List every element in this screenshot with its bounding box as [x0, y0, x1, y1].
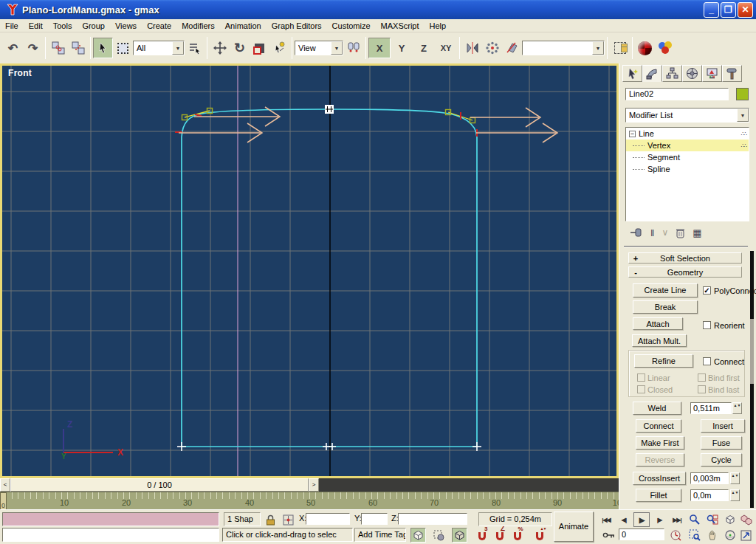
zoom-extents-button[interactable]: [722, 512, 738, 527]
previous-frame-button[interactable]: ◀|: [616, 512, 632, 527]
stack-item-vertex[interactable]: Vertex ∴∴: [626, 140, 749, 151]
mirror-button[interactable]: [462, 38, 482, 58]
named-selection-dropdown[interactable]: ▼: [522, 41, 605, 55]
select-and-scale-button[interactable]: [250, 38, 269, 58]
select-and-manipulate-button[interactable]: [269, 38, 289, 58]
time-forward-arrow[interactable]: >: [309, 478, 319, 492]
time-back-arrow[interactable]: <: [0, 478, 10, 492]
menu-customize[interactable]: Customize: [327, 20, 376, 32]
tab-modify[interactable]: [642, 65, 662, 82]
spinner-snap-button[interactable]: ▲▼: [532, 528, 547, 543]
soft-selection-rollout[interactable]: + Soft Selection: [628, 252, 742, 264]
animate-button[interactable]: Animate: [554, 512, 594, 542]
weld-button[interactable]: Weld: [633, 402, 681, 415]
time-position-marker[interactable]: 0: [0, 492, 7, 509]
menu-file[interactable]: File: [0, 20, 24, 32]
edit-named-selections-button[interactable]: [610, 38, 630, 58]
menu-tools[interactable]: Tools: [48, 20, 78, 32]
menu-modifiers[interactable]: Modifiers: [176, 20, 220, 32]
polyconnect-checkbox[interactable]: ✓: [703, 286, 711, 295]
panel-scrollbar[interactable]: [750, 251, 754, 508]
play-button[interactable]: ▶: [633, 512, 650, 527]
absolute-mode-button[interactable]: [281, 512, 296, 527]
viewport-front[interactable]: X Z Y Front: [0, 63, 619, 478]
z-coordinate-field[interactable]: [398, 513, 467, 525]
weld-value-field[interactable]: 0,511m: [690, 402, 732, 414]
select-object-button[interactable]: [93, 38, 113, 58]
spinner-down-icon[interactable]: ▼: [735, 473, 739, 478]
go-to-end-button[interactable]: ▶▶|: [669, 512, 685, 527]
weld-spinner[interactable]: ▲▼: [732, 402, 742, 414]
pan-button[interactable]: [704, 528, 720, 543]
crossing-selection-button[interactable]: [452, 528, 467, 543]
tab-display[interactable]: [702, 65, 722, 82]
reference-coordinate-dropdown[interactable]: View ▼: [295, 41, 343, 55]
fillet-spinner[interactable]: ▲▼: [730, 489, 740, 501]
maxscript-input-field[interactable]: [2, 528, 219, 542]
arc-rotate-button[interactable]: [722, 528, 738, 543]
refine-button[interactable]: Refine: [634, 354, 693, 368]
stack-root-line[interactable]: − Line ∴∴: [626, 128, 749, 140]
percent-snap-button[interactable]: %: [509, 528, 525, 543]
crossinsert-value-field[interactable]: 0,003m: [690, 472, 729, 484]
tab-create[interactable]: [622, 65, 642, 82]
redo-button[interactable]: ↷: [23, 38, 43, 58]
material-editor-button[interactable]: [655, 38, 675, 58]
undo-button[interactable]: ↶: [3, 38, 23, 58]
geometry-rollout[interactable]: - Geometry: [628, 266, 742, 278]
menu-create[interactable]: Create: [142, 20, 176, 32]
fillet-button[interactable]: Fillet: [636, 489, 681, 502]
restrict-z-button[interactable]: Z: [413, 38, 435, 58]
object-name-field[interactable]: Line02: [625, 88, 729, 100]
menu-views[interactable]: Views: [110, 20, 142, 32]
selection-lock-button[interactable]: [263, 512, 278, 527]
use-pivot-center-button[interactable]: [343, 38, 363, 58]
spinner-down-icon[interactable]: ▼: [735, 490, 739, 495]
viewport-label[interactable]: Front: [8, 68, 32, 78]
angle-snap-button[interactable]: ∠: [492, 528, 507, 543]
fuse-button[interactable]: Fuse: [701, 436, 742, 450]
current-frame-field[interactable]: 0: [619, 528, 664, 540]
attach-mult-button[interactable]: Attach Mult.: [632, 334, 687, 347]
connect-button[interactable]: Connect: [636, 419, 681, 433]
minimize-button[interactable]: _: [704, 2, 719, 18]
fillet-value-field[interactable]: 0,0m: [690, 489, 729, 501]
attach-button[interactable]: Attach: [633, 317, 683, 330]
selection-dot-cube-button[interactable]: [431, 528, 447, 543]
close-button[interactable]: ✕: [738, 2, 753, 18]
menu-graph-editors[interactable]: Graph Editors: [267, 20, 327, 32]
select-by-name-button[interactable]: [185, 38, 205, 58]
tab-utilities[interactable]: [722, 65, 742, 82]
maxscript-listener-field[interactable]: [2, 512, 219, 526]
make-first-button[interactable]: Make First: [636, 436, 684, 450]
show-end-result-icon[interactable]: ‖: [650, 227, 654, 238]
panel-scrollbar-thumb[interactable]: [750, 319, 754, 384]
time-slider[interactable]: 0 / 100: [10, 478, 309, 492]
next-frame-button[interactable]: |▶: [651, 512, 667, 527]
set-key-button[interactable]: [601, 528, 616, 543]
time-configuration-button[interactable]: [667, 528, 683, 543]
track-bar[interactable]: 10 20 30 40 50 60 70 80 90 100 0: [0, 492, 619, 509]
make-unique-icon[interactable]: ∨: [662, 227, 668, 238]
select-and-link-button[interactable]: [48, 38, 68, 58]
restrict-x-button[interactable]: X: [368, 38, 391, 58]
spinner-down-icon[interactable]: ▼: [738, 403, 741, 407]
connect-checkbox[interactable]: [703, 357, 711, 365]
align-button[interactable]: [502, 38, 522, 58]
menu-edit[interactable]: Edit: [24, 20, 48, 32]
remove-modifier-icon[interactable]: [676, 227, 685, 238]
material-navigator-button[interactable]: [635, 38, 655, 58]
tree-collapse-icon[interactable]: −: [629, 131, 636, 137]
go-to-start-button[interactable]: |◀◀: [598, 512, 614, 527]
insert-button[interactable]: Insert: [701, 419, 745, 433]
restore-button[interactable]: ❐: [721, 2, 736, 18]
zoom-all-button[interactable]: [704, 512, 720, 527]
modifier-list-dropdown[interactable]: Modifier List ▼: [625, 108, 749, 123]
selection-region-button[interactable]: [113, 38, 133, 58]
menu-maxscript[interactable]: MAXScript: [376, 20, 425, 32]
array-button[interactable]: [482, 38, 502, 58]
region-zoom-button[interactable]: [687, 528, 702, 543]
unlink-selection-button[interactable]: [68, 38, 88, 58]
configure-modifier-sets-icon[interactable]: ▦: [693, 227, 701, 238]
menu-help[interactable]: Help: [425, 20, 452, 32]
